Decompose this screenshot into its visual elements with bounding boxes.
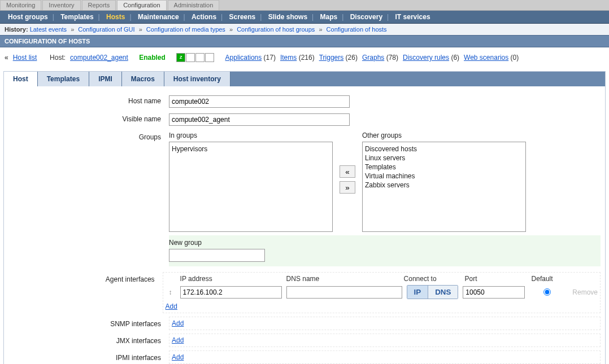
jmx-interfaces-label: JMX interfaces bbox=[8, 334, 169, 347]
back-arrow: « bbox=[5, 54, 8, 62]
tab-host[interactable]: Host bbox=[4, 72, 38, 86]
applications-link[interactable]: Applications bbox=[225, 54, 262, 62]
host-summary: « Host list Host: compute002_agent Enabl… bbox=[0, 47, 609, 68]
graphs-link[interactable]: Graphs bbox=[362, 54, 384, 62]
graphs-count: 78 bbox=[389, 54, 396, 62]
nav-host-groups[interactable]: Host groups bbox=[8, 13, 48, 21]
new-group-label: New group bbox=[169, 239, 601, 247]
nav-templates[interactable]: Templates bbox=[60, 13, 93, 21]
availability-icons: Z bbox=[176, 53, 214, 62]
triggers-count: 26 bbox=[348, 54, 355, 62]
drag-handle-icon[interactable]: ↕ bbox=[166, 288, 176, 296]
col-port: Port bbox=[465, 275, 527, 283]
history-link[interactable]: Configuration of hosts bbox=[327, 26, 387, 33]
nav-hosts[interactable]: Hosts bbox=[106, 13, 125, 21]
nav-maintenance[interactable]: Maintenance bbox=[138, 13, 179, 21]
list-item[interactable]: Discovered hosts bbox=[365, 144, 523, 154]
top-tab-reports[interactable]: Reports bbox=[82, 0, 116, 10]
host-name-link[interactable]: compute002_agent bbox=[70, 54, 128, 62]
col-default: Default bbox=[532, 275, 566, 283]
agent-icon: Z bbox=[176, 53, 185, 62]
top-tab-inventory[interactable]: Inventory bbox=[42, 0, 80, 10]
tab-host-inventory[interactable]: Host inventory bbox=[164, 72, 230, 86]
agent-interfaces-label: Agent interfaces bbox=[8, 272, 163, 313]
groups-label: Groups bbox=[8, 131, 169, 266]
visible-name-label: Visible name bbox=[8, 113, 169, 126]
triggers-link[interactable]: Triggers bbox=[319, 54, 344, 62]
applications-count: 17 bbox=[266, 54, 273, 62]
nav-maps[interactable]: Maps bbox=[320, 13, 338, 21]
move-right-button[interactable]: » bbox=[340, 181, 355, 194]
list-item[interactable]: Templates bbox=[365, 163, 523, 172]
tab-ipmi[interactable]: IPMI bbox=[89, 72, 122, 86]
col-ip: IP address bbox=[180, 275, 282, 283]
web-scenarios-count: 0 bbox=[513, 54, 517, 62]
tab-macros[interactable]: Macros bbox=[122, 72, 164, 86]
connect-ip-button[interactable]: IP bbox=[407, 286, 429, 299]
tab-templates[interactable]: Templates bbox=[38, 72, 89, 86]
list-item[interactable]: Hypervisors bbox=[172, 144, 330, 154]
discovery-rules-link[interactable]: Discovery rules bbox=[403, 54, 449, 62]
status-badge: Enabled bbox=[139, 54, 166, 62]
ipmi-add-link[interactable]: Add bbox=[172, 353, 184, 361]
ipmi-interfaces-label: IPMI interfaces bbox=[8, 350, 169, 364]
agent-default-radio[interactable] bbox=[543, 288, 551, 296]
history-label: History: bbox=[5, 26, 28, 33]
other-groups-label: Other groups bbox=[362, 131, 526, 139]
page-title: CONFIGURATION OF HOSTS bbox=[0, 35, 609, 47]
items-link[interactable]: Items bbox=[280, 54, 297, 62]
agent-add-link[interactable]: Add bbox=[166, 302, 177, 310]
agent-port-input[interactable] bbox=[463, 286, 525, 299]
nav-slide-shows[interactable]: Slide shows bbox=[268, 13, 307, 21]
move-left-button[interactable]: « bbox=[340, 165, 355, 178]
history-link[interactable]: Latest events bbox=[30, 26, 67, 33]
ipmi-icon bbox=[205, 53, 214, 62]
col-connect: Connect to bbox=[404, 275, 460, 283]
host-list-link[interactable]: Host list bbox=[13, 54, 37, 62]
sub-nav: Host groups| Templates| Hosts| Maintenan… bbox=[0, 11, 609, 24]
top-tab-configuration[interactable]: Configuration bbox=[117, 0, 166, 10]
nav-it-services[interactable]: IT services bbox=[395, 13, 430, 21]
in-groups-label: In groups bbox=[169, 131, 333, 139]
nav-actions[interactable]: Actions bbox=[192, 13, 216, 21]
form-frame: Host Templates IPMI Macros Host inventor… bbox=[3, 71, 606, 364]
history-link[interactable]: Configuration of host groups bbox=[237, 26, 315, 33]
history-link[interactable]: Configuration of media types bbox=[146, 26, 225, 33]
connect-dns-button[interactable]: DNS bbox=[428, 286, 458, 299]
jmx-icon bbox=[195, 53, 205, 62]
history-link[interactable]: Configuration of GUI bbox=[78, 26, 134, 33]
list-item[interactable]: Zabbix servers bbox=[365, 181, 523, 190]
list-item[interactable]: Linux servers bbox=[365, 154, 523, 163]
snmp-interfaces-label: SNMP interfaces bbox=[8, 317, 169, 330]
snmp-add-link[interactable]: Add bbox=[172, 319, 184, 327]
agent-dns-input[interactable] bbox=[286, 286, 402, 299]
discovery-rules-count: 6 bbox=[453, 54, 457, 62]
breadcrumb: History: Latest events » Configuration o… bbox=[0, 24, 609, 35]
jmx-add-link[interactable]: Add bbox=[172, 336, 184, 344]
in-groups-list[interactable]: Hypervisors bbox=[169, 142, 333, 232]
nav-discovery[interactable]: Discovery bbox=[350, 13, 382, 21]
other-groups-list[interactable]: Discovered hosts Linux servers Templates… bbox=[362, 142, 526, 232]
hostname-label: Host name bbox=[8, 95, 169, 108]
top-tab-monitoring[interactable]: Monitoring bbox=[0, 0, 41, 10]
items-count: 216 bbox=[301, 54, 312, 62]
top-tab-administration[interactable]: Administration bbox=[168, 0, 220, 10]
top-tabs: Monitoring Inventory Reports Configurati… bbox=[0, 0, 609, 11]
host-label: Host: bbox=[50, 54, 66, 62]
nav-screens[interactable]: Screens bbox=[229, 13, 256, 21]
visible-name-input[interactable] bbox=[169, 113, 350, 126]
remove-link: Remove bbox=[572, 288, 598, 296]
web-scenarios-link[interactable]: Web scenarios bbox=[464, 54, 508, 62]
snmp-icon bbox=[186, 53, 195, 62]
form-tabs: Host Templates IPMI Macros Host inventor… bbox=[4, 72, 605, 86]
hostname-input[interactable] bbox=[169, 95, 350, 108]
agent-ip-input[interactable] bbox=[180, 286, 282, 299]
new-group-input[interactable] bbox=[169, 249, 265, 262]
list-item[interactable]: Virtual machines bbox=[365, 172, 523, 181]
col-dns: DNS name bbox=[286, 275, 399, 283]
